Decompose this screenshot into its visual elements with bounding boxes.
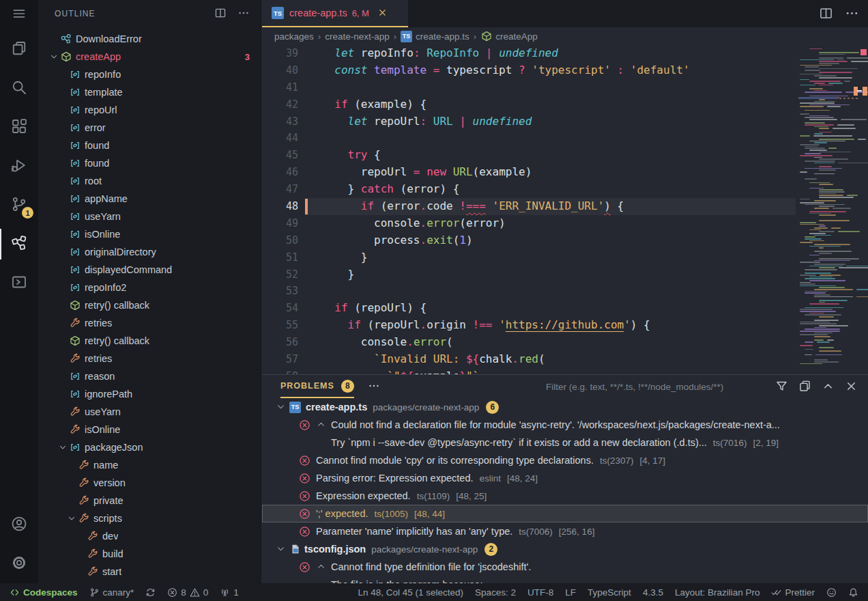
outline-item-useyarn[interactable]: useYarn — [38, 208, 261, 225]
problem-row[interactable]: ';' expected.ts(1005)[48, 44] — [262, 505, 868, 522]
code-line-55[interactable]: 55 if (repoUrl.origin !== 'https://githu… — [262, 317, 868, 334]
outline-item-originaldirectory[interactable]: originalDirectory — [38, 243, 261, 261]
status-git-branch[interactable]: canary* — [89, 587, 134, 598]
breadcrumb-item-createapp[interactable]: createApp — [480, 31, 538, 42]
more-actions-icon[interactable] — [845, 6, 860, 21]
activitybar-symbols[interactable] — [0, 225, 38, 264]
code-line-47[interactable]: 47 } catch (error) { — [262, 181, 868, 198]
outline-item-private[interactable]: private — [38, 492, 261, 509]
code-line-52[interactable]: 52 } — [262, 266, 868, 283]
status-problems-summary[interactable]: 80 — [167, 587, 208, 598]
activitybar-settings[interactable] — [0, 544, 38, 583]
breadcrumb-item-create-next-app[interactable]: create-next-app — [325, 31, 390, 42]
outline-item-retry-callback[interactable]: retry() callback — [38, 296, 261, 314]
outline-item-reason[interactable]: reason — [38, 367, 261, 385]
more-actions-icon[interactable] — [368, 380, 381, 393]
status-codespaces[interactable]: Codespaces — [10, 587, 78, 598]
breadcrumb-item-packages[interactable]: packages — [274, 31, 314, 42]
outline-item-downloaderror[interactable]: DownloadError — [38, 30, 261, 48]
activitybar-search[interactable] — [0, 69, 38, 108]
code-line-40[interactable]: 40 const template = typescript ? 'typesc… — [262, 62, 868, 79]
collapse-panel-icon[interactable] — [822, 380, 835, 393]
outline-item-packagejson[interactable]: packageJson — [38, 438, 261, 456]
outline-item-found[interactable]: found — [38, 137, 261, 154]
outline-item-scripts[interactable]: scripts — [38, 509, 261, 527]
code-line-51[interactable]: 51 } — [262, 249, 868, 266]
code-line-39[interactable]: 39 let repoInfo: RepoInfo | undefined — [262, 45, 868, 62]
outline-item-root[interactable]: root — [38, 172, 261, 190]
problem-row-detail[interactable]: Try `npm i --save-dev @types/async-retry… — [262, 434, 868, 451]
outline-item-found[interactable]: found — [38, 154, 261, 172]
outline-item-repourl[interactable]: repoUrl — [38, 101, 261, 119]
problem-row[interactable]: Cannot find module 'cpy' or its correspo… — [262, 451, 868, 469]
code-line-48[interactable]: 48 if (error.code !=== 'ERR_INVALID_URL'… — [262, 198, 868, 215]
problems-filter-input[interactable] — [546, 382, 757, 392]
outline-item-useyarn[interactable]: useYarn — [38, 403, 261, 421]
problems-file-group-tsconfig-json[interactable]: tsconfig.jsonpackages/create-next-app2 — [262, 540, 868, 558]
status-language-mode[interactable]: TypeScript — [588, 587, 631, 598]
outline-item-version[interactable]: version — [38, 474, 261, 492]
outline-item-retries[interactable]: retries — [38, 350, 261, 367]
tab-problems[interactable]: PROBLEMS 8 — [280, 380, 354, 394]
status-encoding[interactable]: UTF-8 — [527, 587, 553, 598]
outline-item-repoinfo[interactable]: repoInfo — [38, 66, 261, 83]
activitybar-panel-terminal[interactable] — [0, 264, 38, 303]
status-ts-version[interactable]: 4.3.5 — [643, 587, 663, 598]
close-panel-icon[interactable] — [845, 380, 858, 393]
outline-item-error[interactable]: error — [38, 119, 261, 137]
problem-row[interactable]: Could not find a declaration file for mo… — [262, 416, 868, 434]
status-eol[interactable]: LF — [565, 587, 576, 598]
code-line-46[interactable]: 46 repoUrl = new URL(example) — [262, 164, 868, 181]
code-line-56[interactable]: 56 console.error( — [262, 334, 868, 351]
status-feedback[interactable] — [826, 587, 837, 598]
status-cursor-position[interactable]: Ln 48, Col 45 (1 selected) — [358, 587, 463, 598]
code-line-49[interactable]: 49 console.error(error) — [262, 215, 868, 232]
problem-row[interactable]: Parsing error: Expression expected.eslin… — [262, 469, 868, 487]
outline-item-ignorepath[interactable]: ignorePath — [38, 385, 261, 403]
outline-item-isonline[interactable]: isOnline — [38, 421, 261, 438]
problem-row[interactable]: Cannot find type definition file for 'js… — [262, 558, 868, 576]
outline-item-appname[interactable]: appName — [38, 190, 261, 208]
outline-item-build[interactable]: build — [38, 545, 261, 563]
problem-row-detail[interactable]: The file is in the program because: — [262, 576, 868, 583]
outline-item-retries[interactable]: retries — [38, 314, 261, 332]
activitybar-account[interactable] — [0, 505, 38, 544]
group-by-icon[interactable] — [798, 380, 812, 393]
code-line-42[interactable]: 42 if (example) { — [262, 96, 868, 113]
activitybar-source-control[interactable]: 1 — [0, 186, 38, 225]
activitybar-extensions[interactable] — [0, 108, 38, 147]
activitybar-run-debug[interactable] — [0, 147, 38, 186]
outline-item-createapp[interactable]: createApp3 — [38, 48, 261, 66]
problem-row[interactable]: Parameter 'name' implicitly has an 'any'… — [262, 522, 868, 540]
split-editor-icon[interactable] — [819, 6, 834, 21]
code-line-44[interactable]: 44 — [262, 130, 868, 147]
outline-item-repoinfo2[interactable]: repoInfo2 — [38, 279, 261, 296]
split-editor-icon[interactable] — [214, 7, 228, 20]
activitybar-explorer[interactable] — [0, 30, 38, 69]
outline-item-isonline[interactable]: isOnline — [38, 225, 261, 243]
status-layout[interactable]: Layout: Brazilian Pro — [675, 587, 760, 598]
tab-create-app-ts[interactable]: TS create-app.ts 6, M — [262, 0, 408, 27]
code-line-41[interactable]: 41 — [262, 79, 868, 96]
status-notifications[interactable] — [848, 587, 858, 598]
problem-row[interactable]: Expression expected.ts(1109)[48, 25] — [262, 487, 868, 505]
more-actions-icon[interactable] — [237, 7, 251, 20]
code-line-53[interactable]: 53 — [262, 283, 868, 300]
code-line-54[interactable]: 54 if (repoUrl) { — [262, 300, 868, 317]
outline-item-start[interactable]: start — [38, 563, 261, 581]
outline-item-name[interactable]: name — [38, 456, 261, 474]
code-line-45[interactable]: 45 try { — [262, 147, 868, 164]
status-ports[interactable]: 1 — [220, 587, 239, 598]
status-indentation[interactable]: Spaces: 2 — [475, 587, 516, 598]
code-line-57[interactable]: 57 `Invalid URL: ${chalk.red( — [262, 351, 868, 368]
code-line-50[interactable]: 50 process.exit(1) — [262, 232, 868, 249]
problems-file-group-create-app-ts[interactable]: TScreate-app.tspackages/create-next-app6 — [262, 398, 868, 416]
status-prettier[interactable]: Prettier — [771, 587, 815, 598]
filter-icon[interactable] — [775, 380, 789, 393]
outline-item-dev[interactable]: dev — [38, 527, 261, 545]
outline-item-displayedcommand[interactable]: displayedCommand — [38, 261, 261, 279]
code-line-43[interactable]: 43 let repoUrl: URL | undefined — [262, 113, 868, 130]
outline-item-template[interactable]: template — [38, 83, 261, 101]
breadcrumb-item-create-app-ts[interactable]: TScreate-app.ts — [401, 31, 469, 42]
close-tab-icon[interactable] — [377, 8, 388, 18]
